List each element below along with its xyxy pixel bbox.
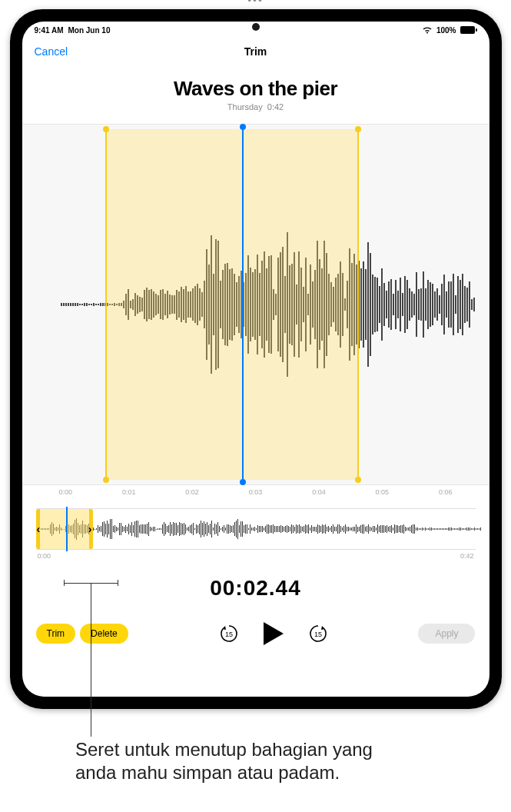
mini-time-start: 0:00 [38,552,51,560]
playhead-dot-bottom [240,479,246,485]
trim-region[interactable] [105,129,359,480]
time-marker: 0:05 [376,488,390,496]
waveform-mini[interactable]: 0:00 0:42 [36,508,476,550]
svg-rect-0 [460,26,475,34]
current-time: 00:02.44 [22,576,489,601]
battery-percent: 100% [436,26,456,35]
apply-button[interactable]: Apply [418,624,475,644]
nav-title: Trim [244,45,267,58]
caption-text: Seret untuk menutup bahagian yang anda m… [75,738,413,784]
mini-trim-handles[interactable] [36,509,93,549]
recording-duration: 0:42 [267,102,284,111]
mini-wave-bars [36,514,476,544]
trim-button[interactable]: Trim [36,624,76,644]
waveform-main[interactable] [22,124,489,485]
trim-handle-bottom-left[interactable] [103,477,109,483]
mini-playhead[interactable] [66,507,68,551]
nav-bar: Cancel Trim [22,38,489,65]
time-marker: 0:06 [439,488,453,496]
playhead[interactable] [242,126,244,483]
trim-handle-bottom-right[interactable] [355,477,361,483]
status-date: Mon Jun 10 [68,26,110,35]
play-button[interactable] [262,621,285,647]
time-markers: 0:00 0:01 0:02 0:03 0:04 0:05 0:06 [22,485,489,496]
trim-handle-top-right[interactable] [355,126,361,132]
wifi-icon [422,26,433,34]
delete-button[interactable]: Delete [80,624,128,644]
cancel-button[interactable]: Cancel [35,45,68,58]
skip-back-seconds: 15 [225,631,233,638]
recording-title: Waves on the pier [22,77,489,101]
battery-icon [460,26,477,34]
skip-fwd-seconds: 15 [314,631,322,638]
skip-forward-button[interactable]: 15 [307,622,330,645]
playhead-dot-top [240,124,246,130]
title-section: Waves on the pier Thursday 0:42 [22,65,489,115]
callout-line [91,583,91,737]
time-marker: 0:03 [249,488,263,496]
callout-tick [118,580,118,586]
trim-handle-top-left[interactable] [103,126,109,132]
screen: 9:41 AM Mon Jun 10 100% ••• Cancel Trim … [22,22,489,697]
time-marker: 0:04 [312,488,326,496]
callout-tick [64,580,65,586]
skip-back-button[interactable]: 15 [217,622,241,645]
time-marker: 0:02 [185,488,199,496]
recording-meta: Thursday 0:42 [22,102,489,111]
status-time: 9:41 AM [35,26,64,35]
ipad-frame: 9:41 AM Mon Jun 10 100% ••• Cancel Trim … [10,9,502,709]
controls-row: Trim Delete 15 [22,621,489,647]
mini-time-end: 0:42 [460,552,474,560]
time-marker: 0:00 [59,488,73,496]
time-marker: 0:01 [122,488,136,496]
svg-rect-1 [476,28,477,32]
camera-dot [252,23,260,31]
recording-day: Thursday [227,102,263,111]
